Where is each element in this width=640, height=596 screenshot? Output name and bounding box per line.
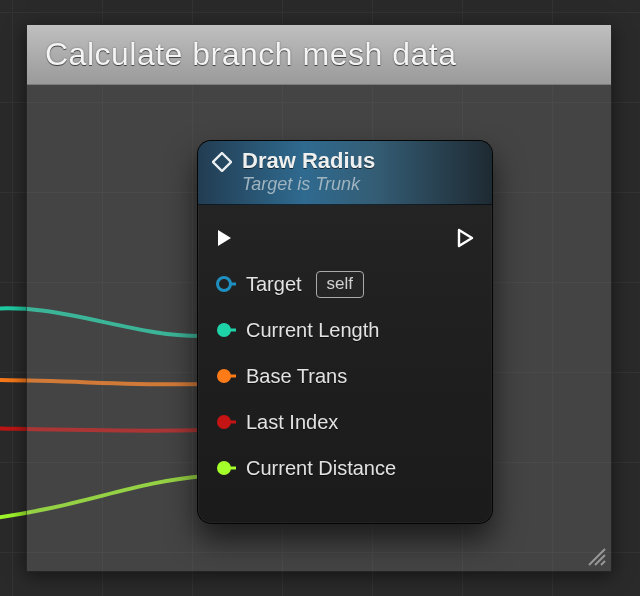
resize-handle-icon[interactable] <box>585 545 607 567</box>
node-title: Draw Radius <box>242 149 375 173</box>
pin-base-trans-dot[interactable] <box>214 365 236 387</box>
svg-point-0 <box>218 278 231 291</box>
pin-last-index: Last Index <box>214 399 476 445</box>
pin-target: Target self <box>214 261 476 307</box>
pin-last-index-label: Last Index <box>246 411 338 434</box>
pin-current-length-dot[interactable] <box>214 319 236 341</box>
svg-point-3 <box>217 415 231 429</box>
svg-point-2 <box>217 369 231 383</box>
exec-out-pin[interactable] <box>454 228 476 248</box>
pin-target-dot[interactable] <box>214 273 236 295</box>
comment-box[interactable]: Calculate branch mesh data Draw Radius T… <box>26 24 612 572</box>
svg-point-1 <box>217 323 231 337</box>
pin-target-chip[interactable]: self <box>316 271 364 298</box>
pin-base-trans-label: Base Trans <box>246 365 347 388</box>
comment-title-text: Calculate branch mesh data <box>45 36 456 73</box>
node-subtitle: Target is Trunk <box>242 174 375 195</box>
pin-current-distance-label: Current Distance <box>246 457 396 480</box>
pin-current-length: Current Length <box>214 307 476 353</box>
pin-base-trans: Base Trans <box>214 353 476 399</box>
pin-current-distance: Current Distance <box>214 445 476 491</box>
node-header[interactable]: Draw Radius Target is Trunk <box>198 141 492 205</box>
comment-title[interactable]: Calculate branch mesh data <box>27 25 611 85</box>
pin-last-index-dot[interactable] <box>214 411 236 433</box>
exec-in-pin[interactable] <box>214 228 236 248</box>
node-body: Target self Current Length <box>198 205 492 503</box>
function-node-draw-radius[interactable]: Draw Radius Target is Trunk <box>197 140 493 524</box>
pin-current-length-label: Current Length <box>246 319 379 342</box>
pin-target-label: Target <box>246 273 302 296</box>
exec-row <box>214 215 476 261</box>
svg-point-4 <box>217 461 231 475</box>
pin-current-distance-dot[interactable] <box>214 457 236 479</box>
function-icon <box>212 152 232 176</box>
